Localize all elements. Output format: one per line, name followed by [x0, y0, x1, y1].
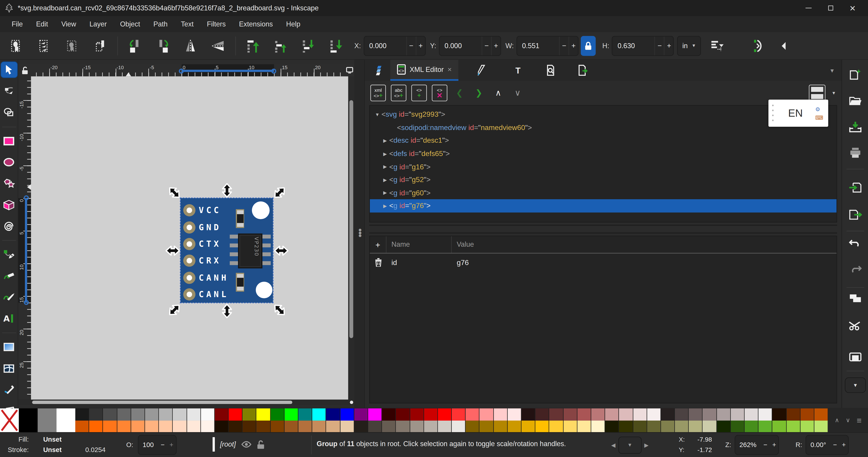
- color-swatch[interactable]: [703, 420, 717, 432]
- color-swatch[interactable]: [773, 409, 786, 420]
- color-swatch[interactable]: [661, 420, 675, 432]
- color-swatch[interactable]: [786, 409, 801, 420]
- x-field[interactable]: 0.000 − +: [364, 36, 426, 56]
- zoom-plus-button[interactable]: +: [770, 441, 779, 449]
- color-swatch[interactable]: [229, 409, 243, 420]
- color-swatch[interactable]: [675, 409, 689, 420]
- color-swatch[interactable]: [284, 409, 299, 420]
- cut-button[interactable]: [849, 319, 862, 332]
- color-swatch[interactable]: [271, 420, 285, 432]
- color-swatch[interactable]: [57, 409, 75, 432]
- color-swatch[interactable]: [563, 409, 577, 420]
- select-all-button[interactable]: [9, 37, 25, 54]
- color-swatch[interactable]: [633, 420, 647, 432]
- expander-icon[interactable]: ▼: [373, 112, 381, 117]
- color-swatch[interactable]: [131, 420, 145, 432]
- color-swatch[interactable]: [145, 409, 159, 420]
- delete-attribute-button[interactable]: [370, 258, 386, 267]
- color-swatch[interactable]: [368, 409, 382, 420]
- panel-splitter[interactable]: ●●●: [354, 60, 364, 408]
- rectangle-tool[interactable]: [1, 133, 17, 149]
- expander-icon[interactable]: ▶: [381, 138, 389, 143]
- color-swatch[interactable]: [452, 409, 466, 420]
- rotation-minus-button[interactable]: −: [831, 441, 839, 449]
- duplicate-node-button[interactable]: <>+: [411, 85, 427, 101]
- pen-tool[interactable]: [1, 247, 17, 262]
- color-swatch[interactable]: [284, 420, 299, 432]
- close-tab-icon[interactable]: ×: [447, 65, 452, 74]
- flip-vertical-button[interactable]: [210, 37, 226, 54]
- color-swatch[interactable]: [577, 420, 591, 432]
- menu-item[interactable]: Layer: [84, 18, 113, 30]
- color-swatch[interactable]: [479, 409, 494, 420]
- layout-columns-button[interactable]: [809, 85, 826, 101]
- color-swatch[interactable]: [396, 420, 410, 432]
- indent-node-button[interactable]: ❯: [472, 85, 486, 101]
- xml-tree-row[interactable]: ▼<svg id="svg2993">: [370, 108, 837, 121]
- color-swatch[interactable]: [800, 420, 814, 432]
- y-field[interactable]: 0.000 − +: [439, 36, 501, 56]
- opacity-minus-button[interactable]: −: [158, 441, 167, 449]
- keyboard-layout-indicator[interactable]: EN ⚙⌨: [769, 100, 828, 127]
- color-swatch[interactable]: [103, 409, 117, 420]
- save-document-button[interactable]: [849, 120, 862, 133]
- color-swatch[interactable]: [201, 409, 215, 420]
- color-swatch[interactable]: [605, 409, 619, 420]
- opacity-plus-button[interactable]: +: [167, 441, 176, 449]
- copy-button[interactable]: [849, 292, 862, 305]
- color-swatch[interactable]: [717, 420, 731, 432]
- color-swatch[interactable]: [466, 420, 480, 432]
- menu-item[interactable]: Object: [114, 18, 146, 30]
- display-settings-button[interactable]: [344, 64, 354, 76]
- vertical-scrollbar[interactable]: [348, 76, 354, 399]
- selection-bbox-button[interactable]: [92, 37, 108, 54]
- minimize-button[interactable]: [797, 0, 819, 16]
- new-document-button[interactable]: [849, 68, 862, 81]
- box-3d-tool[interactable]: [1, 197, 17, 213]
- dropper-tool[interactable]: [1, 382, 17, 397]
- color-swatch[interactable]: [326, 409, 340, 420]
- color-swatch[interactable]: [619, 409, 633, 420]
- xml-tree-row[interactable]: <sodipodi:namedview id="namedview60">: [370, 121, 837, 134]
- color-swatch[interactable]: [494, 409, 508, 420]
- expander-icon[interactable]: ▶: [381, 203, 389, 208]
- color-swatch[interactable]: [368, 420, 382, 432]
- y-minus-button[interactable]: −: [482, 36, 491, 55]
- flip-horizontal-button[interactable]: [182, 37, 198, 54]
- scale-handle-n[interactable]: [220, 183, 235, 198]
- color-swatch[interactable]: [37, 409, 56, 432]
- import-button[interactable]: [849, 181, 862, 194]
- color-swatch[interactable]: [326, 420, 340, 432]
- horizontal-ruler[interactable]: -20-15-10-505101520: [31, 64, 344, 76]
- color-swatch[interactable]: [382, 420, 396, 432]
- w-field[interactable]: 0.551 − +: [517, 36, 579, 56]
- color-swatch[interactable]: [438, 409, 452, 420]
- color-swatch[interactable]: [800, 409, 814, 420]
- menu-item[interactable]: File: [5, 18, 29, 30]
- color-swatch[interactable]: [229, 420, 243, 432]
- ellipse-tool[interactable]: [1, 155, 17, 170]
- lower-button[interactable]: [300, 37, 316, 54]
- color-swatch[interactable]: [410, 420, 424, 432]
- xml-tree-row[interactable]: ▶<g id="g16">: [370, 160, 837, 173]
- color-swatch[interactable]: [243, 409, 257, 420]
- drawing-canvas[interactable]: VCC GND CTX: [31, 76, 348, 399]
- node-tool[interactable]: [1, 83, 17, 99]
- color-swatch[interactable]: [89, 420, 103, 432]
- tab-fill-stroke[interactable]: [470, 61, 492, 79]
- status-dropdown-button[interactable]: ▼: [618, 436, 642, 454]
- menu-item[interactable]: Path: [147, 18, 174, 30]
- attribute-value[interactable]: g76: [452, 258, 837, 267]
- color-swatch[interactable]: [494, 420, 508, 432]
- palette-scroll-down-button[interactable]: ∨: [846, 417, 850, 424]
- color-swatch[interactable]: [89, 409, 103, 420]
- selector-tool[interactable]: [1, 62, 17, 77]
- color-swatch[interactable]: [299, 409, 312, 420]
- color-swatch[interactable]: [340, 420, 354, 432]
- color-swatch[interactable]: [187, 420, 201, 432]
- mesh-gradient-tool[interactable]: [1, 360, 17, 376]
- scale-options-button[interactable]: [709, 37, 725, 54]
- expander-icon[interactable]: ▶: [381, 151, 389, 156]
- scrollbar-thumb[interactable]: [32, 401, 292, 404]
- color-swatch[interactable]: [633, 409, 647, 420]
